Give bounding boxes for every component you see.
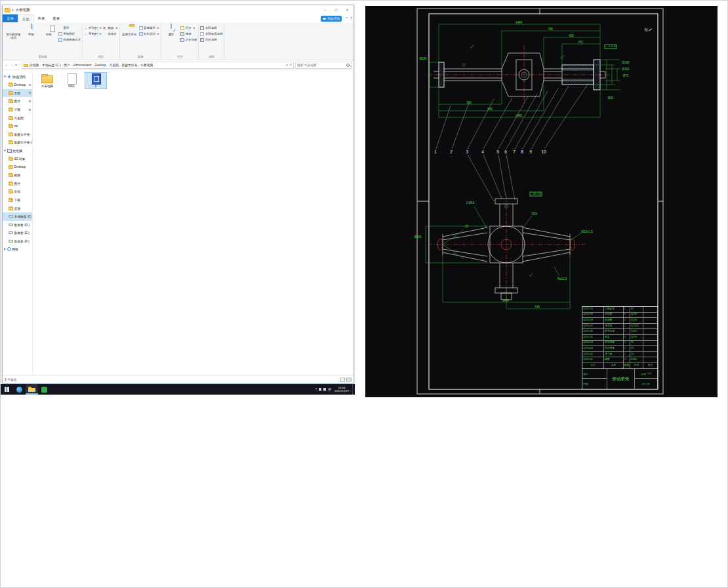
help-icon[interactable]: ? <box>350 16 352 20</box>
sidebar-item[interactable]: Desktop <box>3 163 32 171</box>
maximize-button[interactable]: □ <box>331 6 342 14</box>
chevron-icon[interactable] <box>4 76 7 78</box>
tab-view[interactable]: 查看 <box>49 14 64 22</box>
open-button[interactable]: 打开 <box>180 26 197 30</box>
tab-home[interactable]: 主页 <box>18 14 34 22</box>
taskbar-app-explorer[interactable] <box>26 384 38 395</box>
up-button[interactable]: ↑ <box>18 63 20 67</box>
part-code: QZ50-07 <box>582 324 604 329</box>
breadcrumb-segment[interactable]: Administrator <box>72 64 92 67</box>
file-list-area[interactable]: 大赛电脑 0001 1 <box>33 70 354 375</box>
start-button[interactable] <box>1 384 13 395</box>
paste-button[interactable]: 粘贴 <box>41 23 57 36</box>
search-box[interactable] <box>295 62 352 69</box>
move-to-button[interactable]: 移动到 <box>84 26 102 30</box>
show-desktop-button[interactable] <box>352 384 354 395</box>
search-input[interactable] <box>297 64 345 67</box>
paste-shortcut-button[interactable]: 粘贴快捷方式 <box>58 37 81 42</box>
new-item-button[interactable]: 新建项目 <box>139 26 160 30</box>
sidebar-item[interactable]: 新加卷 (F:) <box>3 237 32 246</box>
back-button[interactable]: ← <box>5 63 9 67</box>
sidebar-item[interactable]: Desktop <box>3 81 32 89</box>
new-folder-button[interactable]: 新建文件夹 <box>121 23 138 36</box>
rename-button[interactable]: 重命名 <box>103 31 118 36</box>
sidebar-item[interactable]: 下载 <box>3 196 32 205</box>
pin-to-quick-access-button[interactable]: 固定到快速访问 <box>5 23 22 39</box>
copy-button[interactable]: 复制 <box>23 23 39 36</box>
refresh-icon[interactable]: ↺ <box>289 63 292 67</box>
select-none-button[interactable]: 全部取消选择 <box>200 31 222 36</box>
copy-to-button[interactable]: 复制到 <box>84 31 102 36</box>
dimension-label: 2-Ø16 <box>466 201 475 205</box>
breadcrumb-segment[interactable]: Desktop <box>94 64 107 67</box>
history-button[interactable]: 历史记录 <box>180 37 197 42</box>
sidebar-item[interactable]: 本地磁盘 (C:) <box>3 212 32 221</box>
parts-list-row: QZ50-02 通气塞 1 35 <box>582 352 657 358</box>
sync-space-button[interactable]: 同步空间 <box>321 16 342 22</box>
sidebar-item[interactable]: 音乐 <box>3 204 32 212</box>
breadcrumb-segment[interactable]: 新建文件夹 <box>121 63 138 67</box>
sidebar-item[interactable]: 文档 <box>3 187 32 196</box>
delete-button[interactable]: 删除 <box>103 26 118 30</box>
sidebar-item[interactable]: 凡素图 <box>3 113 32 122</box>
sidebar-item[interactable]: rar <box>3 122 32 130</box>
quick-access-toolbar[interactable]: ▾ <box>12 8 14 12</box>
breadcrumb-segment[interactable]: 大赛电脑 <box>140 63 153 67</box>
sidebar-item[interactable]: 新加卷 (E:) <box>3 229 32 237</box>
tray-expand-icon[interactable]: ^ <box>315 387 317 391</box>
select-all-button[interactable]: 全部选择 <box>200 26 222 30</box>
tab-share[interactable]: 共享 <box>34 14 49 22</box>
properties-button[interactable]: 属性 <box>163 23 179 36</box>
breadcrumb[interactable]: 此电脑 › 本地磁盘 (C:) › 用户 › Administrator › D… <box>22 62 294 69</box>
sidebar-item[interactable]: 视频 <box>3 171 32 180</box>
invert-selection-button[interactable]: 反向选择 <box>200 37 222 42</box>
search-icon[interactable] <box>346 64 350 67</box>
sidebar-section-quick-access[interactable]: 快速访问 <box>3 73 32 81</box>
forward-button[interactable]: → <box>10 63 14 67</box>
ime-indicator[interactable]: 英 <box>328 387 331 391</box>
address-dropdown-icon[interactable]: ▾ <box>286 63 288 67</box>
navigation-pane: 快速访问 Desktop 文档 <box>3 70 33 375</box>
cut-button[interactable]: 剪切 <box>58 26 81 30</box>
sidebar-item[interactable]: 新加卷 (D:) <box>3 221 32 229</box>
sidebar-item[interactable]: 新建文件夹 (2) <box>3 138 32 147</box>
edit-button[interactable]: 编辑 <box>180 31 197 36</box>
sidebar-item[interactable]: 3D 对象 <box>3 155 32 163</box>
network-icon[interactable] <box>323 388 326 391</box>
collapse-ribbon-icon[interactable]: ^ <box>346 16 348 20</box>
file-item[interactable]: 大赛电脑 <box>37 73 58 88</box>
taskbar-app-browser[interactable] <box>13 384 26 395</box>
breadcrumb-segment[interactable]: 凡素图 <box>108 63 119 67</box>
copy-path-button[interactable]: 复制路径 <box>58 31 81 36</box>
sidebar-item[interactable]: 图片 <box>3 97 32 106</box>
minimize-button[interactable]: – <box>319 6 331 14</box>
chevron-icon[interactable] <box>4 248 6 250</box>
close-button[interactable]: × <box>342 6 353 14</box>
title-bar[interactable]: ▾ 大赛电脑 – □ × <box>3 5 354 14</box>
clock[interactable]: 14:56 2021/12/27 <box>333 386 350 393</box>
sidebar-item[interactable]: 下载 <box>3 106 32 114</box>
sidebar-section-this-pc[interactable]: 此电脑 <box>3 147 32 155</box>
recent-locations-icon[interactable]: ▾ <box>15 63 17 67</box>
details-view-icon[interactable] <box>340 378 345 382</box>
breadcrumb-segment[interactable]: 此电脑 <box>29 63 39 67</box>
volume-icon[interactable] <box>319 388 321 391</box>
window-controls: – □ × <box>319 6 353 14</box>
paste-shortcut-icon <box>58 38 62 42</box>
sidebar-item[interactable]: 图片 <box>3 180 32 188</box>
file-item[interactable]: 1 <box>85 73 106 88</box>
easy-access-button[interactable]: 轻松访问 <box>139 31 160 36</box>
sidebar-item-network[interactable]: 网络 <box>3 245 32 253</box>
breadcrumb-segment[interactable]: 本地磁盘 (C:) <box>41 63 62 67</box>
sidebar-item[interactable]: 文档 <box>3 89 32 98</box>
file-item[interactable]: 0001 <box>61 73 82 88</box>
tab-file[interactable]: 文件 <box>3 14 18 22</box>
qat-customize-icon[interactable]: ▾ <box>12 8 14 12</box>
cad-viewport[interactable]: 12345678910 1440786428252Ø180Ø190Ø152Ø72… <box>365 6 718 397</box>
sidebar-item[interactable]: 新建文件夹 <box>3 130 32 139</box>
thumbnails-view-icon[interactable] <box>346 378 352 382</box>
breadcrumb-segment[interactable]: 用户 <box>63 63 71 67</box>
chevron-down-icon <box>115 28 118 29</box>
taskbar-app-cad[interactable] <box>38 384 51 395</box>
chevron-icon[interactable] <box>4 149 7 151</box>
